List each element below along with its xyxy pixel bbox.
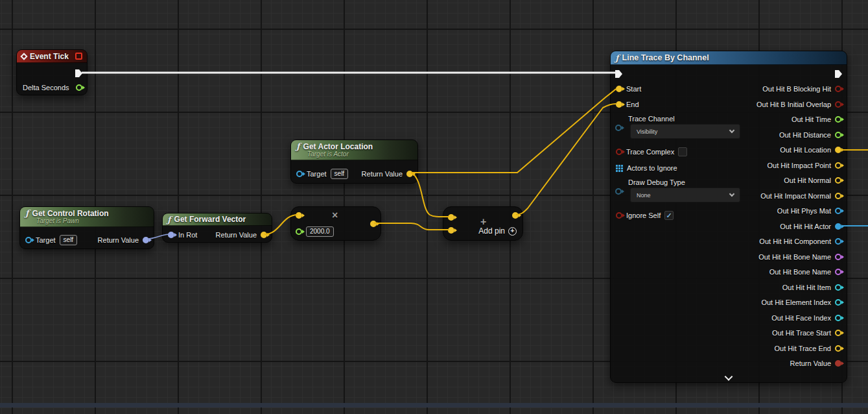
trace-complex-checkbox[interactable] [678, 147, 687, 156]
multiply-to-add-wire [374, 223, 449, 230]
draw-debug-type-label: Draw Debug Type [628, 178, 685, 186]
multiply-operator-icon: × [332, 210, 338, 221]
get-actor-location-title: Get Actor Location [303, 142, 373, 151]
output-label: Out Hit Impact Normal [760, 192, 831, 200]
out-hit-trace-end-pin[interactable] [835, 345, 841, 352]
add-input-b-pin[interactable] [448, 227, 454, 234]
out-hit-location-pin[interactable] [835, 147, 841, 153]
out-hit-bone-name-pin[interactable] [835, 269, 841, 275]
trace-channel-value: Visibility [637, 128, 657, 135]
node-get-actor-location[interactable]: ƒ Get Actor Location Target is Actor Tar… [290, 140, 418, 184]
trace-channel-pin[interactable] [615, 125, 622, 131]
add-input-a-pin[interactable] [448, 214, 454, 221]
out-hit-impact-point-pin[interactable] [835, 162, 841, 169]
return-value-pin[interactable] [835, 360, 841, 367]
out-hit-face-index-pin[interactable] [835, 315, 841, 321]
multiply-output-pin[interactable] [370, 221, 377, 227]
start-label: Start [626, 85, 641, 93]
output-label: Out Hit B Initial Overlap [757, 101, 831, 108]
out-hit-hit-bone-name-pin[interactable] [835, 254, 841, 260]
end-pin[interactable] [616, 101, 622, 108]
output-label: Out Hit Time [792, 116, 831, 123]
out-hit-normal-pin[interactable] [835, 177, 841, 184]
out-hit-hit-actor-pin[interactable] [835, 223, 841, 230]
output-label: Out Hit Hit Bone Name [758, 253, 831, 261]
return-value-label: Return Value [216, 231, 257, 239]
start-pin[interactable] [616, 86, 622, 92]
return-value-pin[interactable] [406, 171, 413, 177]
get-forward-vector-title: Get Forward Vector [174, 215, 246, 224]
node-get-control-rotation[interactable]: ƒ Get Control Rotation Target is Pawn Ta… [19, 206, 154, 249]
array-pin-icon[interactable] [616, 165, 623, 172]
line-trace-exec-out-pin[interactable] [835, 70, 842, 78]
event-tick-exec-out-pin[interactable] [75, 69, 82, 77]
function-icon: ƒ [25, 208, 29, 218]
in-rot-label: In Rot [178, 231, 197, 239]
out-hit-trace-start-pin[interactable] [835, 330, 841, 336]
add-pin-plus-icon [508, 227, 517, 236]
out-hit-element-index-pin[interactable] [835, 299, 841, 306]
target-label: Target [307, 170, 327, 178]
output-label: Out Hit B Blocking Hit [762, 85, 831, 93]
add-to-end-wire [516, 104, 616, 215]
ignore-self-checkbox[interactable] [664, 211, 674, 220]
collapse-node-chevron-icon[interactable] [725, 372, 733, 381]
end-label: End [626, 101, 639, 108]
out-hit-impact-normal-pin[interactable] [835, 193, 841, 199]
line-trace-title: Line Trace By Channel [622, 53, 709, 62]
out-hit-hit-component-pin[interactable] [835, 238, 841, 245]
function-icon: ƒ [167, 215, 171, 225]
return-value-rotator-pin[interactable] [143, 237, 149, 243]
delta-seconds-pin[interactable] [76, 84, 82, 91]
node-event-tick[interactable]: Event Tick Delta Seconds [16, 49, 88, 95]
output-label: Out Hit Trace Start [772, 329, 831, 337]
out-hit-distance-pin[interactable] [835, 132, 841, 138]
multiply-value-field[interactable]: 2000.0 [306, 226, 334, 237]
return-value-label: Return Value [362, 170, 403, 178]
node-get-forward-vector[interactable]: ƒ Get Forward Vector In Rot Return Value [162, 213, 272, 243]
out-hit-b-initial-overlap-pin[interactable] [835, 101, 841, 108]
output-label: Return Value [790, 359, 831, 367]
output-label: Out Hit Face Index [771, 314, 831, 322]
target-self-value[interactable]: self [331, 169, 349, 179]
target-pin[interactable] [296, 171, 303, 177]
output-label: Out Hit Element Index [761, 298, 831, 306]
get-control-rotation-header: ƒ Get Control Rotation Target is Pawn [20, 207, 154, 227]
node-add[interactable]: + Add pin [443, 206, 523, 241]
output-label: Out Hit Impact Point [768, 162, 831, 169]
function-icon: ƒ [296, 141, 300, 151]
output-label: Out Hit Normal [784, 177, 831, 184]
target-self-value[interactable]: self [60, 235, 78, 245]
get-forward-vector-header: ƒ Get Forward Vector [163, 213, 272, 226]
event-tick-title: Event Tick [30, 52, 69, 61]
output-label: Out Hit Hit Actor [780, 223, 831, 230]
out-hit-b-blocking-hit-pin[interactable] [835, 86, 841, 92]
draw-debug-type-pin[interactable] [615, 188, 622, 195]
blueprint-graph-canvas[interactable]: Event Tick Delta Seconds ƒ Get Control R… [0, 0, 868, 414]
out-hit-phys-mat-pin[interactable] [835, 208, 841, 214]
panel-divider [0, 403, 868, 408]
return-value-pin[interactable] [261, 232, 267, 238]
multiply-input-b-pin[interactable] [296, 228, 302, 235]
in-rot-pin[interactable] [168, 232, 174, 238]
add-output-pin[interactable] [512, 212, 519, 219]
trace-complex-pin[interactable] [616, 149, 622, 155]
ignore-self-pin[interactable] [616, 212, 622, 219]
draw-debug-type-value: None [637, 192, 651, 199]
target-pin[interactable] [25, 237, 32, 243]
get-control-rotation-title: Get Control Rotation [32, 209, 109, 218]
trace-complex-label: Trace Complex [626, 148, 674, 156]
node-multiply[interactable]: × 2000.0 [290, 206, 381, 241]
out-hit-time-pin[interactable] [835, 116, 841, 123]
out-hit-hit-item-pin[interactable] [835, 284, 841, 291]
node-line-trace-by-channel[interactable]: ƒ Line Trace By Channel Start End Trace … [610, 51, 847, 383]
output-label: Out Hit Distance [779, 131, 831, 139]
get-actor-location-subtitle: Target is Actor [307, 151, 412, 158]
location-to-start-wire [411, 89, 616, 173]
event-tick-header: Event Tick [17, 50, 87, 63]
trace-channel-dropdown[interactable]: Visibility [630, 124, 740, 139]
draw-debug-type-dropdown[interactable]: None [630, 188, 740, 202]
multiply-input-a-pin[interactable] [296, 212, 302, 219]
line-trace-exec-in-pin[interactable] [615, 70, 622, 78]
add-pin-button[interactable]: Add pin [478, 226, 517, 236]
